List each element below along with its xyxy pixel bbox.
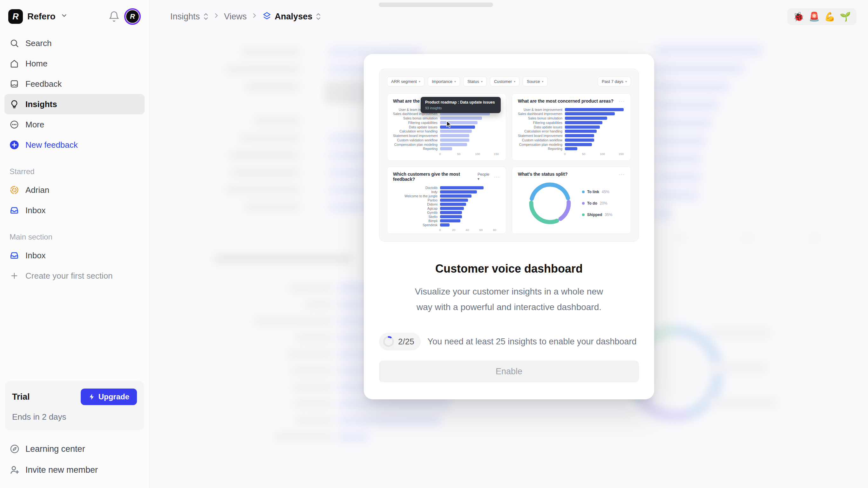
preview-filter-source: Source▾ (523, 77, 548, 86)
customer-voice-dashboard-modal: ARR segment▾Importance▾Status▾Customer▾S… (364, 54, 654, 399)
chevron-right-icon (252, 12, 257, 22)
bar-row: Doctolib (393, 186, 500, 190)
main-area: Insights Views Analyses (149, 0, 868, 488)
bar-row: Custom validation workflow (518, 138, 625, 142)
bar-row: Sales bonus simulation (518, 116, 625, 120)
bar (565, 108, 624, 111)
trial-title: Trial (12, 392, 30, 402)
x-axis-ticks: 050100150 (440, 152, 500, 157)
compass-icon (9, 444, 20, 454)
preview-filter-customer: Customer▾ (490, 77, 520, 86)
bar-row: Sales dashboard improvement (518, 112, 625, 116)
bar-label: Calculation error handling (393, 129, 437, 133)
sidebar-item-label: Insights (25, 99, 57, 109)
preview-chart-card: What's the status split?···To link45%To … (512, 166, 631, 234)
user-avatar[interactable]: R (124, 8, 141, 25)
upgrade-button[interactable]: Upgrade (81, 389, 137, 405)
inbox-blue-icon (9, 251, 19, 260)
legend-row: To link45% (582, 190, 612, 194)
preview-chart-card: Which customers give the most feedback?P… (387, 166, 506, 234)
preview-filter-row: ARR segment▾Importance▾Status▾Customer▾S… (387, 77, 631, 86)
sidebar-item-label: Adrian (25, 185, 49, 195)
insights-progress: 2/25 You need at least 25 insights to en… (379, 333, 639, 350)
sidebar-item-adrian[interactable]: Adrian (4, 180, 145, 200)
bar (565, 143, 592, 146)
learning-center-button[interactable]: Learning center (4, 438, 145, 459)
breadcrumb-views[interactable]: Views (224, 12, 247, 22)
footer-item-label: Learning center (25, 444, 85, 454)
bar (440, 190, 477, 193)
chevron-right-icon (214, 12, 219, 22)
dashboard-preview: ARR segment▾Importance▾Status▾Customer▾S… (379, 69, 639, 242)
preview-date-filter: Past 7 days▾ (598, 77, 631, 86)
bar (440, 219, 460, 222)
progress-count: 2/25 (398, 337, 414, 346)
bar-label: Statement board improvement (518, 134, 562, 138)
workspace-name[interactable]: Refero (27, 11, 56, 22)
section-label: Main section (4, 233, 145, 241)
bar (440, 143, 467, 146)
chevron-down-icon: ▾ (454, 80, 456, 83)
bar (565, 125, 600, 129)
new-feedback-button[interactable]: New feedback (4, 135, 145, 155)
invite-new-member-button[interactable]: Invite new member (4, 459, 145, 480)
preview-charts-grid: What are the most requested features?···… (387, 93, 631, 234)
chart-menu-icon: ··· (494, 175, 500, 179)
chart-title: What's the status split? (518, 172, 568, 177)
legend-row: To do20% (582, 201, 612, 206)
emoji-reactions-pill[interactable]: 🐞🚨💪🌱 (787, 8, 857, 25)
breadcrumb-insights[interactable]: Insights (170, 12, 209, 22)
chart-menu-icon: ··· (619, 172, 625, 177)
emoji: 💪 (824, 11, 835, 22)
bar-label: Reporting (393, 147, 437, 151)
bar-row: Agicap (393, 206, 500, 210)
bar-label: Sales bonus simulation (518, 116, 562, 120)
bar-row: Skello (393, 214, 500, 219)
bar-row: Welcome to the jungle (393, 194, 500, 198)
chevron-down-icon: ▾ (481, 80, 483, 83)
app-root: R Refero R SearchHomeFeedbackInsightsMor… (0, 0, 868, 488)
home-icon (9, 59, 19, 68)
bar-row: Bimpli (393, 219, 500, 223)
refero-logo: R (8, 9, 23, 24)
progress-helper-text: You need at least 25 insights to enable … (428, 337, 637, 346)
bar (440, 134, 469, 137)
chart-tooltip: Product roadmap : Data update issues 93 … (421, 97, 501, 113)
progress-ring-icon (382, 335, 395, 348)
create-section-label: Create your first section (25, 271, 113, 281)
create-section-button[interactable]: Create your first section (4, 266, 145, 286)
enable-button[interactable]: Enable (379, 361, 639, 382)
bar-label: Gymlib (393, 211, 437, 214)
breadcrumb-analyses[interactable]: Analyses (262, 11, 321, 22)
bar-row: Compensation plan modeling (393, 142, 500, 147)
new-feedback-label: New feedback (25, 140, 78, 150)
sidebar-item-label: Home (25, 59, 47, 69)
chevron-down-icon: ▾ (514, 80, 515, 83)
x-axis-ticks: 050100150 (565, 152, 625, 157)
breadcrumb: Insights Views Analyses (170, 11, 321, 22)
topbar: Insights Views Analyses (149, 0, 868, 33)
bar-row: Statement board improvement (393, 134, 500, 138)
bar-label: Welcome to the jungle (393, 194, 437, 198)
sidebar-item-feedback[interactable]: Feedback (4, 74, 145, 94)
sidebar-item-search[interactable]: Search (4, 33, 145, 53)
bar-row: Spendesk (393, 223, 500, 227)
chevron-down-icon[interactable] (61, 12, 68, 21)
sidebar-item-insights[interactable]: Insights (4, 94, 145, 114)
sidebar-item-more[interactable]: More (4, 114, 145, 135)
bar-label: User & team improvement (518, 108, 562, 112)
trial-card: Trial Upgrade Ends in 2 days (5, 381, 144, 430)
bar-label: Data update issues (393, 125, 437, 129)
bar-row: Reporting (393, 147, 500, 151)
bar (440, 215, 462, 218)
sidebar-item-home[interactable]: Home (4, 53, 145, 74)
bar-row: Custom validation workflow (393, 138, 500, 142)
chevron-down-icon: ▾ (542, 80, 544, 83)
sidebar-item-inbox[interactable]: Inbox (4, 200, 145, 220)
lightning-icon (88, 393, 95, 400)
sidebar-item-inbox[interactable]: Inbox (4, 245, 145, 266)
notifications-bell-icon[interactable] (108, 11, 120, 22)
bar-label: Compensation plan modeling (393, 143, 437, 147)
bar-label: Reporting (518, 147, 562, 151)
bar (565, 139, 594, 142)
